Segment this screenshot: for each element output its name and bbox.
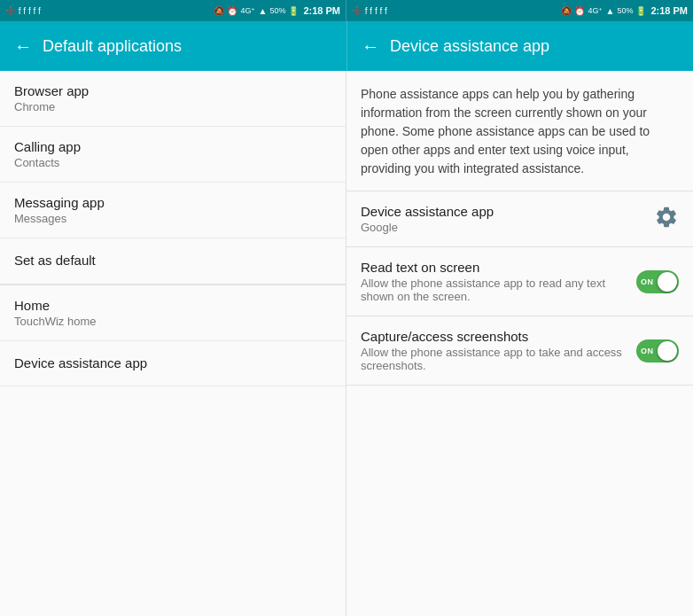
home-item[interactable]: Home TouchWiz home: [0, 285, 346, 341]
wifi-icon: ▲: [259, 6, 268, 16]
capture-toggle-container[interactable]: ON: [636, 339, 679, 363]
battery-icon-right: 🔋: [635, 6, 646, 16]
left-header-title: Default applications: [43, 37, 182, 56]
wifi-icon-r: ▲: [606, 6, 615, 16]
messaging-app-item[interactable]: Messaging app Messages: [0, 183, 346, 238]
read-text-title: Read text on screen: [361, 260, 626, 275]
capture-toggle-label: ON: [641, 347, 654, 355]
content-area: Browser app Chrome Calling app Contacts …: [0, 71, 693, 616]
info-text-block: Phone assistance apps can help you by ga…: [346, 71, 693, 191]
read-text-setting[interactable]: Read text on screen Allow the phone assi…: [346, 247, 693, 316]
mute-icon-r: 🔕: [561, 6, 572, 16]
read-text-toggle-label: ON: [641, 277, 654, 286]
status-bar-right: ➕ f f f f f 🔕 ⏰ 4G⁺ ▲ 50% 🔋 2:18 PM: [346, 0, 693, 21]
signal-icon-r: 4G⁺: [588, 6, 603, 15]
right-header: ← Device assistance app: [346, 21, 693, 71]
left-header: ← Default applications: [0, 21, 346, 71]
capture-screenshots-left: Capture/access screenshots Allow the pho…: [361, 329, 626, 372]
signal-icon: 4G⁺: [240, 6, 255, 15]
read-text-toggle-container[interactable]: ON: [636, 270, 679, 293]
read-text-toggle[interactable]: ON: [636, 270, 679, 293]
messaging-app-title: Messaging app: [14, 195, 331, 210]
set-as-default-title: Set as default: [14, 251, 331, 271]
set-as-default-item[interactable]: Set as default: [0, 238, 346, 285]
read-text-subtitle: Allow the phone assistance app to read a…: [361, 277, 626, 303]
alarm-icon-r: ⏰: [574, 6, 585, 16]
browser-app-subtitle: Chrome: [14, 100, 331, 113]
back-button-right[interactable]: ←: [362, 36, 379, 57]
home-subtitle: TouchWiz home: [14, 315, 331, 328]
left-panel: Browser app Chrome Calling app Contacts …: [0, 71, 346, 616]
device-assistance-setting-subtitle: Google: [361, 221, 643, 234]
capture-screenshots-subtitle: Allow the phone assistance app to take a…: [361, 346, 626, 372]
read-text-left: Read text on screen Allow the phone assi…: [361, 260, 626, 303]
status-bar-left: ➕ f f f f f 🔕 ⏰ 4G⁺ ▲ 50% 🔋 2:18 PM: [0, 0, 346, 21]
device-assistance-setting-title: Device assistance app: [361, 204, 643, 219]
gear-icon-container[interactable]: [654, 205, 679, 233]
browser-app-title: Browser app: [14, 83, 331, 98]
right-header-title: Device assistance app: [390, 37, 549, 56]
calling-app-subtitle: Contacts: [14, 156, 331, 169]
app-headers: ← Default applications ← Device assistan…: [0, 21, 693, 71]
home-title: Home: [14, 298, 331, 313]
device-assistance-left: Device assistance app Google: [361, 204, 643, 234]
calling-app-title: Calling app: [14, 139, 331, 154]
calling-app-item[interactable]: Calling app Contacts: [0, 127, 346, 183]
battery-icon-left: 🔋: [288, 6, 299, 16]
battery-pct-right: 50%: [617, 6, 633, 15]
back-button-left[interactable]: ←: [14, 36, 32, 57]
browser-app-item[interactable]: Browser app Chrome: [0, 71, 346, 127]
capture-screenshots-title: Capture/access screenshots: [361, 329, 626, 344]
battery-pct-left: 50%: [269, 6, 285, 15]
alarm-icon: ⏰: [227, 6, 237, 16]
time-left: 2:18 PM: [303, 5, 340, 16]
time-right: 2:18 PM: [650, 5, 688, 16]
gear-icon: [654, 205, 679, 230]
capture-screenshots-setting[interactable]: Capture/access screenshots Allow the pho…: [346, 316, 693, 386]
device-assistance-setting[interactable]: Device assistance app Google: [346, 191, 693, 247]
device-assistance-title: Device assistance app: [14, 354, 331, 374]
capture-screenshots-toggle[interactable]: ON: [636, 339, 679, 363]
messaging-app-subtitle: Messages: [14, 212, 331, 225]
right-panel: Phone assistance apps can help you by ga…: [346, 71, 693, 616]
device-assistance-item[interactable]: Device assistance app: [0, 341, 346, 387]
mute-icon: 🔕: [214, 6, 224, 16]
status-icons-right: ➕ f f f f f: [352, 6, 387, 16]
status-icons-left: ➕ f f f f f: [5, 6, 41, 16]
status-bar: ➕ f f f f f 🔕 ⏰ 4G⁺ ▲ 50% 🔋 2:18 PM ➕ f …: [0, 0, 693, 21]
